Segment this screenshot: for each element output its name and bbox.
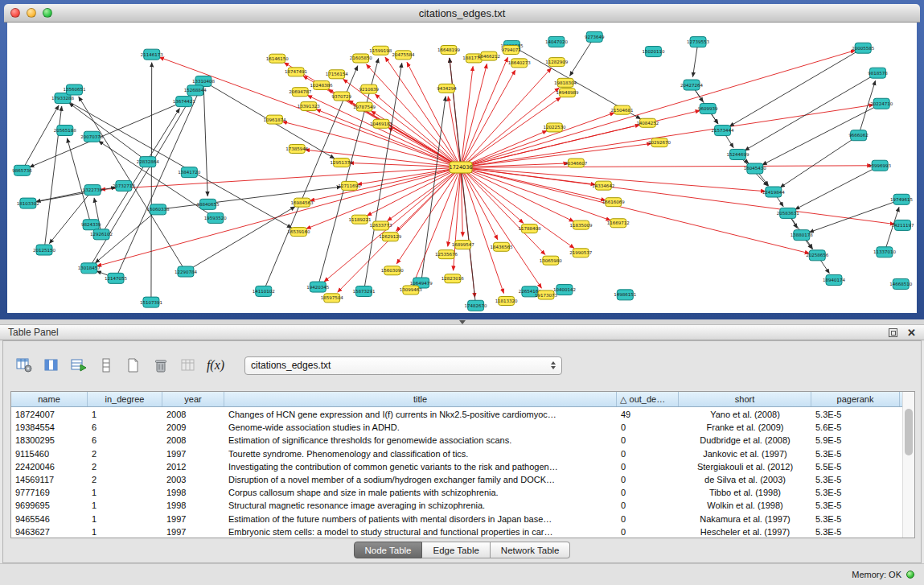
window-zoom-button[interactable] bbox=[43, 8, 52, 18]
graph-node[interactable]: 18466212 bbox=[478, 51, 500, 60]
column-header[interactable]: name bbox=[11, 392, 88, 406]
graph-node[interactable]: 9818578 bbox=[868, 68, 888, 78]
graph-node[interactable]: 12629129 bbox=[379, 233, 401, 241]
graph-node[interactable]: 9609939 bbox=[698, 104, 718, 114]
graph-node[interactable]: 11337010 bbox=[873, 247, 896, 257]
graph-node[interactable]: 16984563 bbox=[291, 198, 314, 207]
tab-node-table[interactable]: Node Table bbox=[354, 542, 423, 558]
network-window-titlebar[interactable]: citations_edges.txt bbox=[4, 4, 920, 23]
table-cell[interactable]: Genome-wide association studies in ADHD. bbox=[224, 422, 617, 432]
graph-node[interactable]: 12147055 bbox=[105, 273, 127, 283]
graph-node[interactable]: 11788408 bbox=[518, 225, 540, 233]
table-cell[interactable]: Estimation of the future numbers of pati… bbox=[224, 514, 617, 524]
graph-node[interactable]: 11599198 bbox=[369, 46, 392, 55]
table-cell[interactable]: 2009 bbox=[162, 422, 224, 432]
table-cell[interactable]: 1 bbox=[88, 488, 162, 497]
graph-edge[interactable] bbox=[461, 167, 610, 220]
graph-node[interactable]: 13674421 bbox=[173, 97, 195, 107]
graph-node[interactable]: 14047020 bbox=[545, 36, 568, 47]
graph-edge[interactable] bbox=[461, 105, 873, 167]
table-cell[interactable]: Structural magnetic resonance image aver… bbox=[224, 501, 617, 510]
graph-node[interactable]: 1724036 bbox=[450, 162, 473, 173]
graph-edge[interactable] bbox=[809, 200, 901, 233]
graph-node[interactable]: 10469183 bbox=[370, 119, 392, 128]
graph-edge[interactable] bbox=[69, 103, 148, 162]
table-cell[interactable]: 2 bbox=[88, 475, 162, 484]
graph-node[interactable]: 12823016 bbox=[441, 274, 464, 283]
table-cell[interactable]: Disruption of a novel member of a sodium… bbox=[224, 475, 617, 484]
table-selector-dropdown[interactable]: citations_edges.txt bbox=[244, 356, 562, 375]
graph-edge[interactable] bbox=[357, 167, 461, 184]
table-cell[interactable]: Yano et al. (2008) bbox=[679, 410, 811, 419]
table-cell[interactable]: 0 bbox=[617, 527, 679, 537]
close-panel-icon[interactable]: ✕ bbox=[907, 328, 916, 337]
table-cell[interactable]: 1998 bbox=[162, 488, 224, 497]
graph-node[interactable]: 20732713 bbox=[113, 180, 135, 191]
import-table-button[interactable] bbox=[177, 355, 199, 376]
graph-node[interactable]: 14986151 bbox=[614, 290, 636, 300]
graph-node[interactable]: 9794072 bbox=[501, 46, 521, 55]
function-builder-button[interactable]: f(x) bbox=[204, 355, 227, 376]
graph-node[interactable]: 20224710 bbox=[870, 98, 893, 109]
table-row[interactable]: 946362711997Embryonic stem cells: a mode… bbox=[11, 525, 902, 538]
table-cell[interactable]: de Silva et al. (2003) bbox=[679, 475, 811, 484]
graph-node[interactable]: 15603090 bbox=[381, 266, 404, 275]
scrollbar-thumb[interactable] bbox=[905, 409, 913, 455]
graph-node[interactable]: 15020110 bbox=[642, 47, 664, 57]
table-cell[interactable]: Hescheler et al. (1997) bbox=[679, 527, 811, 537]
graph-node[interactable]: 12535676 bbox=[435, 250, 458, 259]
graph-node[interactable]: 9434294 bbox=[437, 84, 457, 93]
graph-node[interactable]: 20258656 bbox=[806, 250, 828, 261]
graph-node[interactable]: 22832864 bbox=[137, 157, 159, 167]
table-cell[interactable]: 5.5E-5 bbox=[811, 462, 900, 472]
graph-node[interactable]: 16060338 bbox=[147, 204, 170, 215]
table-cell[interactable]: 1997 bbox=[162, 514, 224, 524]
graph-node[interactable]: 9865736 bbox=[12, 165, 32, 175]
graph-edge[interactable] bbox=[306, 167, 461, 229]
graph-node[interactable]: 13065980 bbox=[540, 256, 562, 265]
graph-node[interactable]: 18103302 bbox=[17, 198, 39, 208]
table-cell[interactable]: 5.3E-5 bbox=[811, 514, 900, 524]
panel-splitter[interactable] bbox=[0, 319, 924, 325]
table-cell[interactable]: 2008 bbox=[162, 435, 224, 445]
graph-node[interactable]: 11669712 bbox=[607, 219, 630, 228]
graph-node[interactable]: 13560651 bbox=[63, 84, 85, 95]
table-cell[interactable]: 0 bbox=[617, 449, 679, 459]
table-cell[interactable]: Estimation of significance thresholds fo… bbox=[224, 435, 617, 445]
table-cell[interactable]: Changes of HCN gene expression and I(f) … bbox=[224, 410, 617, 419]
graph-node[interactable]: 21573444 bbox=[712, 126, 734, 136]
graph-node[interactable]: 17156154 bbox=[326, 70, 348, 79]
graph-node[interactable]: 16899547 bbox=[452, 241, 474, 249]
graph-node[interactable]: 20346607 bbox=[565, 159, 587, 167]
graph-node[interactable]: 21605850 bbox=[350, 54, 372, 63]
table-cell[interactable]: 5.6E-5 bbox=[811, 422, 900, 432]
graph-node[interactable]: 13880178 bbox=[791, 230, 813, 241]
table-settings-button[interactable] bbox=[13, 355, 35, 376]
graph-node[interactable]: 12633773 bbox=[370, 221, 392, 230]
column-header[interactable]: short bbox=[679, 392, 811, 406]
graph-node[interactable]: 9273649 bbox=[585, 31, 605, 42]
table-row[interactable]: 1456911722003Disruption of a novel membe… bbox=[11, 473, 902, 486]
graph-node[interactable]: 9210839 bbox=[359, 84, 380, 93]
graph-node[interactable]: 9370729 bbox=[332, 92, 352, 101]
table-cell[interactable]: 0 bbox=[617, 422, 679, 432]
table-cell[interactable]: 5.3E-5 bbox=[811, 410, 900, 419]
graph-node[interactable]: 12711690 bbox=[338, 181, 360, 190]
table-cell[interactable]: 9115460 bbox=[11, 449, 88, 459]
table-cell[interactable]: 1 bbox=[88, 501, 162, 510]
graph-node[interactable]: 16616069 bbox=[602, 198, 625, 207]
graph-node[interactable]: 16539160 bbox=[287, 228, 310, 237]
graph-node[interactable]: 17482670 bbox=[465, 300, 487, 311]
graph-edge[interactable] bbox=[101, 167, 461, 189]
graph-node[interactable]: 12290784 bbox=[175, 266, 197, 277]
graph-node[interactable]: 21146173 bbox=[141, 49, 163, 60]
column-header[interactable]: △ out_de… bbox=[617, 392, 679, 406]
graph-node[interactable]: 20427264 bbox=[680, 80, 703, 90]
graph-node[interactable]: 19593520 bbox=[204, 212, 227, 223]
table-row[interactable]: 1938455462009Genome-wide association stu… bbox=[11, 421, 902, 434]
show-columns-button[interactable] bbox=[40, 355, 63, 376]
graph-edge[interactable] bbox=[22, 105, 59, 171]
delete-columns-button[interactable] bbox=[150, 355, 172, 376]
graph-edge[interactable] bbox=[367, 167, 461, 216]
graph-edge[interactable] bbox=[67, 138, 91, 225]
